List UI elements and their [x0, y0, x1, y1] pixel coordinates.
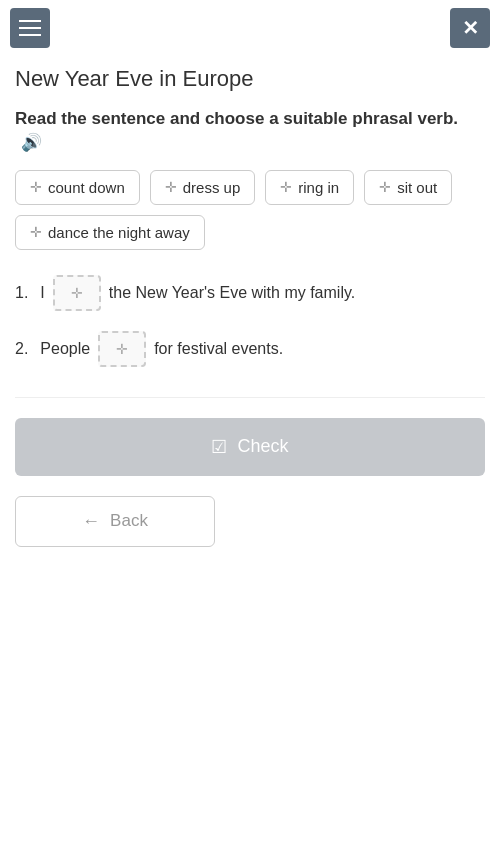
check-button[interactable]: ☑ Check — [15, 418, 485, 476]
chip-dress-up[interactable]: ✛ dress up — [150, 170, 256, 205]
chip-sit-out[interactable]: ✛ sit out — [364, 170, 452, 205]
sentences-section: 1. I ✛ the New Year's Eve with my family… — [15, 275, 485, 367]
instruction-text: Read the sentence and choose a suitable … — [15, 107, 485, 155]
drop-zone-2[interactable]: ✛ — [98, 331, 146, 367]
sound-icon[interactable]: 🔊 — [21, 131, 42, 155]
drop-zone-1[interactable]: ✛ — [53, 275, 101, 311]
check-button-label: Check — [237, 436, 288, 457]
chip-count-down[interactable]: ✛ count down — [15, 170, 140, 205]
drag-icon: ✛ — [379, 179, 391, 195]
sentence-suffix-1: the New Year's Eve with my family. — [109, 284, 355, 302]
sentence-prefix-1: I — [40, 284, 44, 302]
drag-icon: ✛ — [30, 179, 42, 195]
drag-icon: ✛ — [280, 179, 292, 195]
main-content: Read the sentence and choose a suitable … — [0, 107, 500, 547]
drop-zone-icon-2: ✛ — [116, 341, 128, 357]
page-title: New Year Eve in Europe — [0, 56, 500, 107]
drop-zone-icon-1: ✛ — [71, 285, 83, 301]
menu-button[interactable] — [10, 8, 50, 48]
drag-icon: ✛ — [30, 224, 42, 240]
back-button-label: Back — [110, 511, 148, 531]
sentence-number-1: 1. — [15, 284, 28, 302]
divider — [15, 397, 485, 398]
sentence-number-2: 2. — [15, 340, 28, 358]
sentence-row-2: 2. People ✛ for festival events. — [15, 331, 485, 367]
chip-ring-in[interactable]: ✛ ring in — [265, 170, 354, 205]
sentence-prefix-2: People — [40, 340, 90, 358]
close-button[interactable]: ✕ — [450, 8, 490, 48]
sentence-suffix-2: for festival events. — [154, 340, 283, 358]
chips-container: ✛ count down ✛ dress up ✛ ring in ✛ sit … — [15, 170, 485, 250]
top-bar: ✕ — [0, 0, 500, 56]
sentence-row-1: 1. I ✛ the New Year's Eve with my family… — [15, 275, 485, 311]
checkmark-icon: ☑ — [211, 436, 227, 458]
back-arrow-icon: ← — [82, 511, 100, 532]
back-button[interactable]: ← Back — [15, 496, 215, 547]
drag-icon: ✛ — [165, 179, 177, 195]
chip-dance-the-night-away[interactable]: ✛ dance the night away — [15, 215, 205, 250]
